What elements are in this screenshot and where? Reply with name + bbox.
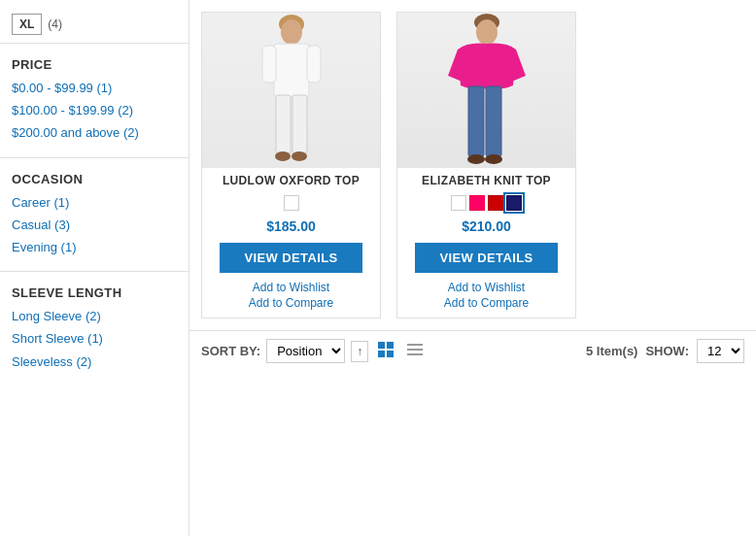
occasion-career[interactable]: Career (1) <box>12 194 177 212</box>
product-2-image-svg <box>443 13 531 168</box>
price-filter-100-199[interactable]: $100.00 - $199.99 (2) <box>12 102 177 119</box>
svg-point-10 <box>476 19 498 45</box>
svg-rect-5 <box>276 95 291 153</box>
show-select[interactable]: 12 <box>697 339 744 363</box>
occasion-filter-title: OCCASION <box>12 172 177 186</box>
product-image-1 <box>202 13 380 168</box>
product-2-compare-link[interactable]: Add to Compare <box>444 296 529 310</box>
product-1-view-details-button[interactable]: VIEW DETAILS <box>220 243 361 273</box>
sort-select[interactable]: Position <box>266 339 345 363</box>
swatch-pink-2[interactable] <box>469 195 485 211</box>
svg-rect-6 <box>292 95 307 153</box>
items-count: 5 Item(s) <box>586 344 637 358</box>
swatch-red-2[interactable] <box>488 195 503 211</box>
price-filter-0-99[interactable]: $0.00 - $99.99 (1) <box>12 80 177 97</box>
size-xl-count: (4) <box>48 17 62 31</box>
price-filter-200-above[interactable]: $200.00 and above (2) <box>12 124 177 142</box>
sort-left-group: SORT BY: Position ↑ <box>201 339 427 363</box>
product-1-compare-link[interactable]: Add to Compare <box>249 296 333 310</box>
price-filter-title: PRICE <box>12 57 177 72</box>
sort-by-label: SORT BY: <box>201 344 260 358</box>
product-1-price: $185.00 <box>266 218 316 234</box>
svg-point-1 <box>281 19 302 45</box>
sort-right-group: 5 Item(s) SHOW: 12 <box>586 339 744 363</box>
svg-point-14 <box>485 154 502 164</box>
product-2-links: Add to Wishlist Add to Compare <box>444 281 529 310</box>
size-filter-row: XL (4) <box>0 8 189 39</box>
sleeve-filter-title: SLEEVE LENGTH <box>12 285 177 300</box>
sleeve-short[interactable]: Short Sleeve (1) <box>12 330 177 348</box>
size-xl-button[interactable]: XL <box>12 14 42 35</box>
svg-rect-3 <box>262 46 276 83</box>
list-icon <box>407 342 423 357</box>
divider-2 <box>0 157 189 158</box>
product-1-swatches <box>284 195 299 211</box>
product-2-name: ELIZABETH KNIT TOP <box>414 168 559 191</box>
svg-point-7 <box>275 151 291 161</box>
product-2-view-details-button[interactable]: VIEW DETAILS <box>415 243 557 273</box>
svg-rect-12 <box>486 86 501 156</box>
sleeve-sleeveless[interactable]: Sleeveless (2) <box>12 353 177 371</box>
occasion-filter-section: OCCASION Career (1) Casual (3) Evening (… <box>0 162 189 268</box>
divider-1 <box>0 43 189 44</box>
sort-asc-button[interactable]: ↑ <box>351 341 368 362</box>
divider-3 <box>0 271 189 272</box>
show-label: SHOW: <box>645 344 689 358</box>
svg-rect-17 <box>378 351 385 357</box>
sort-bar: SORT BY: Position ↑ <box>189 330 756 371</box>
product-card-1: LUDLOW OXFORD TOP $185.00 VIEW DETAILS A… <box>201 12 381 318</box>
product-grid: LUDLOW OXFORD TOP $185.00 VIEW DETAILS A… <box>189 0 756 330</box>
product-1-wishlist-link[interactable]: Add to Wishlist <box>253 281 329 294</box>
svg-rect-11 <box>468 86 484 156</box>
svg-rect-15 <box>378 342 385 349</box>
product-image-2 <box>397 13 575 168</box>
svg-rect-16 <box>387 342 394 349</box>
product-1-name: LUDLOW OXFORD TOP <box>215 168 367 191</box>
price-filter-section: PRICE $0.00 - $99.99 (1) $100.00 - $199.… <box>0 48 189 153</box>
occasion-evening[interactable]: Evening (1) <box>12 239 177 256</box>
list-view-button[interactable] <box>403 340 427 362</box>
sleeve-long[interactable]: Long Sleeve (2) <box>12 308 177 325</box>
swatch-white[interactable] <box>284 195 299 211</box>
product-2-swatches <box>451 195 522 211</box>
svg-rect-20 <box>407 349 423 351</box>
svg-rect-21 <box>407 353 423 355</box>
swatch-white-2[interactable] <box>451 195 466 211</box>
product-1-links: Add to Wishlist Add to Compare <box>249 281 333 310</box>
svg-point-13 <box>467 154 485 164</box>
occasion-casual[interactable]: Casual (3) <box>12 217 177 234</box>
sidebar: XL (4) PRICE $0.00 - $99.99 (1) $100.00 … <box>0 0 189 536</box>
swatch-navy-2[interactable] <box>506 195 522 211</box>
grid-view-button[interactable] <box>374 340 397 362</box>
product-1-image-svg <box>253 13 330 168</box>
svg-rect-18 <box>387 351 394 357</box>
svg-rect-4 <box>307 46 321 83</box>
product-2-wishlist-link[interactable]: Add to Wishlist <box>448 281 525 294</box>
product-card-2: ELIZABETH KNIT TOP $210.00 VIEW DETAILS … <box>396 12 576 318</box>
svg-rect-19 <box>407 344 423 346</box>
sleeve-filter-section: SLEEVE LENGTH Long Sleeve (2) Short Slee… <box>0 276 189 382</box>
svg-rect-2 <box>274 44 309 97</box>
main-content: LUDLOW OXFORD TOP $185.00 VIEW DETAILS A… <box>189 0 756 536</box>
svg-point-8 <box>292 151 307 161</box>
grid-icon <box>378 342 394 357</box>
product-2-price: $210.00 <box>462 218 511 234</box>
